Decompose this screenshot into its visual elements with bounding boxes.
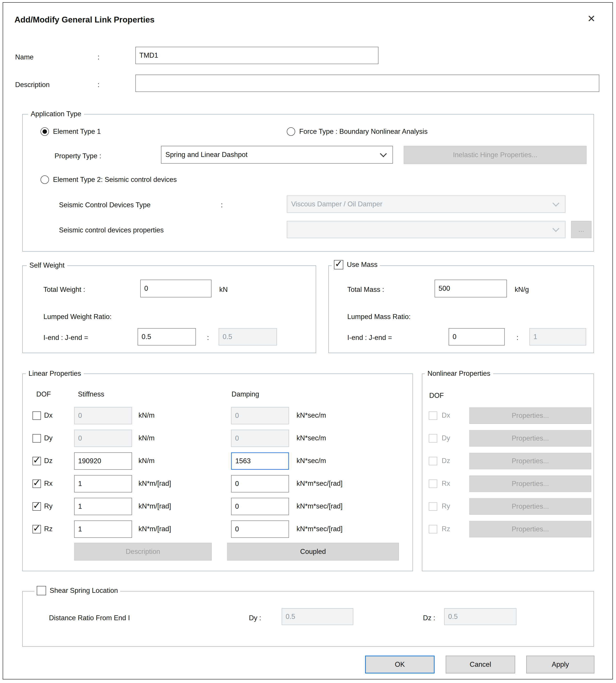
linear-rx-checkbox[interactable]: ✓	[32, 480, 41, 488]
nonlinear-rx-properties-button: Properties...	[469, 476, 591, 492]
linear-ry-checkbox[interactable]: ✓	[32, 502, 41, 511]
total-weight-label: Total Weight :	[43, 285, 85, 294]
linear-damping-header: Damping	[232, 390, 259, 399]
cancel-button[interactable]: Cancel	[446, 656, 515, 674]
property-type-value: Spring and Linear Dashpot	[166, 151, 247, 159]
use-mass-header: ✓ Use Mass	[332, 260, 380, 269]
force-type-radio[interactable]	[287, 127, 295, 136]
check-icon: ✓	[33, 501, 41, 510]
total-mass-input[interactable]	[435, 280, 507, 298]
use-mass-label: Use Mass	[347, 260, 378, 269]
close-icon[interactable]: ✕	[587, 14, 595, 24]
linear-dx-damping-unit: kN*sec/m	[296, 411, 326, 420]
property-type-dropdown[interactable]: Spring and Linear Dashpot	[161, 146, 393, 163]
linear-ry-label: Ry	[44, 502, 52, 511]
use-mass-checkbox[interactable]: ✓	[334, 260, 343, 269]
distance-ratio-label: Distance Ratio From End I	[49, 613, 130, 623]
linear-dz-checkbox[interactable]: ✓	[32, 457, 41, 465]
nonlinear-properties-group	[422, 374, 594, 571]
element-type1-radio[interactable]	[41, 127, 49, 136]
linear-dz-stiffness-unit: kN/m	[138, 456, 154, 465]
coupled-button[interactable]: Coupled	[227, 543, 399, 560]
nonlinear-dx-checkbox: ✓	[429, 412, 437, 420]
linear-ry-stiffness-unit: kN*m/[rad]	[138, 502, 171, 511]
linear-dz-damping-unit: kN*sec/m	[296, 456, 326, 465]
shear-spring-checkbox[interactable]: ✓	[37, 586, 46, 595]
force-type-label: Force Type : Boundary Nonlinear Analysis	[299, 127, 428, 136]
seismic-type-value: Viscous Damper / Oil Damper	[291, 200, 382, 208]
name-colon: :	[97, 52, 100, 62]
linear-dz-stiffness-input[interactable]	[74, 453, 132, 470]
self-weight-iend-input[interactable]	[137, 328, 196, 346]
linear-properties-group-label: Linear Properties	[26, 369, 84, 378]
shear-spring-label: Shear Spring Location	[50, 586, 118, 595]
ok-button[interactable]: OK	[365, 656, 435, 674]
self-weight-ratio-colon: :	[207, 333, 209, 343]
seismic-props-more-button: ...	[571, 221, 592, 238]
name-input[interactable]	[135, 47, 378, 64]
nonlinear-dz-properties-button: Properties...	[469, 453, 591, 469]
linear-rz-stiffness-unit: kN*m/[rad]	[138, 524, 171, 534]
description-label: Description	[15, 80, 50, 89]
linear-rx-damping-unit: kN*m*sec/[rad]	[296, 479, 343, 488]
linear-rz-stiffness-input[interactable]	[74, 521, 132, 538]
chevron-down-icon	[552, 225, 559, 232]
linear-dy-checkbox[interactable]: ✓	[32, 434, 41, 443]
linear-dx-checkbox[interactable]: ✓	[32, 412, 41, 420]
description-button: Description	[74, 543, 212, 560]
linear-dof-header: DOF	[36, 390, 51, 399]
name-label: Name	[15, 52, 34, 62]
linear-dx-stiffness-unit: kN/m	[138, 411, 154, 420]
description-input[interactable]	[135, 74, 599, 92]
element-type2-label: Element Type 2: Seismic control devices	[53, 175, 177, 184]
self-weight-iend-label: I-end : J-end =	[43, 333, 88, 343]
linear-rz-damping-input[interactable]	[231, 521, 289, 538]
linear-rx-damping-input[interactable]	[231, 475, 289, 492]
use-mass-iend-input[interactable]	[448, 328, 505, 346]
chevron-down-icon	[380, 150, 387, 157]
total-weight-input[interactable]	[140, 280, 212, 298]
nonlinear-dz-checkbox: ✓	[429, 457, 437, 465]
nonlinear-dof-header: DOF	[429, 391, 444, 400]
nonlinear-properties-group-label: Nonlinear Properties	[425, 369, 493, 378]
linear-dy-stiffness-input	[74, 429, 132, 447]
shear-dz-input	[444, 608, 516, 625]
linear-dz-damping-input[interactable]	[231, 453, 289, 470]
nonlinear-dy-checkbox: ✓	[429, 434, 437, 443]
shear-dz-label: Dz :	[423, 613, 435, 623]
shear-dy-input	[282, 608, 353, 625]
linear-rx-stiffness-input[interactable]	[74, 475, 132, 492]
linear-dx-label: Dx	[44, 411, 52, 420]
seismic-type-label: Seismic Control Devices Type	[59, 200, 151, 210]
linear-ry-stiffness-input[interactable]	[74, 498, 132, 515]
linear-ry-damping-input[interactable]	[231, 498, 289, 515]
lumped-weight-ratio-label: Lumped Weight Ratio:	[43, 312, 112, 322]
property-type-label: Property Type :	[54, 151, 101, 161]
nonlinear-ry-checkbox: ✓	[429, 502, 437, 511]
apply-button[interactable]: Apply	[526, 656, 594, 674]
nonlinear-rx-checkbox: ✓	[429, 480, 437, 488]
dialog-title: Add/Modify General Link Properties	[15, 15, 154, 24]
nonlinear-ry-label: Ry	[442, 502, 450, 511]
linear-rz-checkbox[interactable]: ✓	[32, 525, 41, 533]
linear-dy-label: Dy	[44, 434, 52, 443]
seismic-props-dropdown	[287, 221, 566, 238]
seismic-type-colon: :	[221, 200, 223, 210]
nonlinear-dx-label: Dx	[442, 411, 450, 420]
nonlinear-dx-properties-button: Properties...	[469, 407, 591, 424]
use-mass-ratio-colon: :	[516, 333, 519, 343]
lumped-mass-ratio-label: Lumped Mass Ratio:	[347, 312, 411, 322]
element-type1-label: Element Type 1	[53, 127, 101, 136]
element-type2-radio[interactable]	[41, 175, 49, 184]
application-type-group-label: Application Type	[28, 109, 84, 119]
self-weight-jend-input	[219, 328, 277, 346]
description-colon: :	[97, 80, 100, 89]
check-icon: ✓	[33, 456, 41, 465]
linear-rx-stiffness-unit: kN*m/[rad]	[138, 479, 171, 488]
linear-stiffness-header: Stiffness	[78, 390, 104, 399]
nonlinear-dy-label: Dy	[442, 434, 450, 443]
self-weight-group-label: Self Weight	[27, 261, 67, 270]
linear-dx-stiffness-input	[74, 407, 132, 424]
linear-dx-damping-input	[231, 407, 289, 424]
linear-properties-group	[22, 374, 413, 571]
